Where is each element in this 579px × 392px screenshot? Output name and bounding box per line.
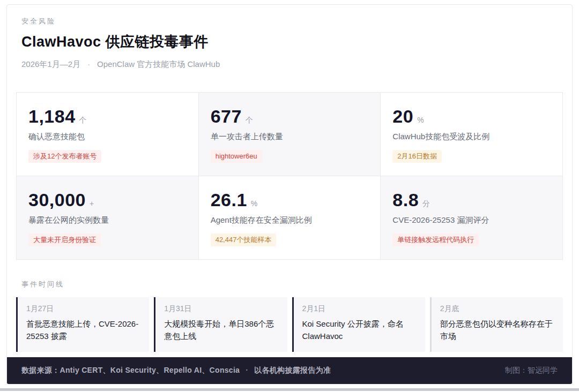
stat-card-malicious-packages: 1,184 个 确认恶意技能包 涉及12个发布者账号 [17, 93, 198, 176]
stat-card-cve-score: 8.8 分 CVE-2026-25253 漏洞评分 单链接触发远程代码执行 [381, 176, 562, 259]
subtitle-separator: · [87, 59, 90, 69]
timeline-item-feb1: 2月1日 Koi Security 公开披露，命名 ClawHavoc [292, 297, 425, 352]
footer-credit: 制图：智远同学 [505, 366, 558, 375]
window-bottom-edge [0, 388, 579, 391]
timeline-heading: 事件时间线 [21, 280, 558, 289]
stat-card-exposed-instances: 30,000 + 暴露在公网的实例数量 大量未开启身份验证 [17, 176, 198, 259]
stat-value: 20 [392, 107, 413, 125]
subtitle-period: 2026年1月—2月 [21, 59, 80, 69]
footer-sources-text: 数据来源：Antiy CERT、Koi Security、Repello AI、… [21, 366, 240, 374]
stat-value: 30,000 [28, 191, 86, 209]
stat-unit: % [417, 116, 424, 124]
timeline-date: 1月31日 [164, 304, 278, 314]
stat-unit: 分 [422, 199, 430, 209]
stat-card-vulnerable-skills: 26.1 % Agent技能存在安全漏洞比例 42,447个技能样本 [199, 176, 381, 259]
stat-unit: % [251, 199, 257, 208]
stat-label: 确认恶意技能包 [28, 132, 189, 142]
timeline-text: 首批恶意技能上传，CVE-2026-25253 披露 [26, 318, 140, 343]
stat-value: 8.8 [392, 191, 419, 209]
stat-label: 暴露在公网的实例数量 [28, 215, 189, 225]
stat-badge: 单链接触发远程代码执行 [392, 233, 479, 246]
stat-label: CVE-2026-25253 漏洞评分 [392, 215, 553, 225]
stat-badge: 大量未开启身份验证 [28, 233, 101, 246]
stat-label: ClawHub技能包受波及比例 [392, 132, 553, 142]
stat-value-row: 677 个 [211, 107, 371, 125]
stat-value-row: 8.8 分 [392, 191, 553, 209]
stat-badge: 42,447个技能样本 [211, 233, 277, 246]
infographic-card: 安全风险 ClawHavoc 供应链投毒事件 2026年1月—2月·OpenCl… [6, 4, 573, 385]
timeline-item-jan31: 1月31日 大规模投毒开始，单日386个恶意包上线 [154, 297, 287, 352]
stat-value: 677 [211, 107, 242, 125]
footer-sources: 数据来源：Antiy CERT、Koi Security、Repello AI、… [21, 366, 331, 375]
stat-badge: 2月16日数据 [392, 150, 442, 163]
stat-value-row: 20 % [392, 107, 553, 125]
stat-value: 1,184 [28, 107, 76, 125]
timeline: 1月27日 首批恶意技能上传，CVE-2026-25253 披露 1月31日 大… [16, 297, 563, 352]
footer-note: 以各机构披露报告为准 [254, 366, 331, 374]
subtitle-market: OpenClaw 官方技能市场 ClawHub [97, 59, 220, 69]
stat-badge: hightower6eu [211, 150, 262, 163]
stat-label: 单一攻击者上传数量 [211, 132, 371, 142]
eyebrow-label: 安全风险 [21, 17, 558, 26]
stat-card-single-attacker: 677 个 单一攻击者上传数量 hightower6eu [199, 93, 381, 176]
footer-separator: · [246, 366, 248, 374]
stat-label: Agent技能存在安全漏洞比例 [211, 215, 371, 225]
stat-unit: 个 [246, 116, 253, 125]
header: 安全风险 ClawHavoc 供应链投毒事件 2026年1月—2月·OpenCl… [7, 5, 572, 70]
stat-card-affected-ratio: 20 % ClawHub技能包受波及比例 2月16日数据 [381, 93, 562, 176]
stat-value: 26.1 [211, 191, 247, 209]
subtitle: 2026年1月—2月·OpenClaw 官方技能市场 ClawHub [21, 59, 558, 70]
timeline-text: 大规模投毒开始，单日386个恶意包上线 [164, 318, 278, 343]
timeline-date: 2月1日 [302, 304, 417, 314]
timeline-date: 2月底 [440, 304, 554, 314]
timeline-text: Koi Security 公开披露，命名 ClawHavoc [302, 318, 417, 343]
stat-unit: + [90, 199, 94, 208]
stats-grid: 1,184 个 确认恶意技能包 涉及12个发布者账号 677 个 单一攻击者上传… [16, 92, 563, 260]
stat-value-row: 26.1 % [211, 191, 371, 209]
stat-value-row: 1,184 个 [28, 107, 189, 125]
stat-value-row: 30,000 + [28, 191, 189, 209]
stat-badge: 涉及12个发布者账号 [28, 150, 101, 163]
footer: 数据来源：Antiy CERT、Koi Security、Repello AI、… [7, 357, 572, 384]
page-title: ClawHavoc 供应链投毒事件 [21, 32, 558, 51]
timeline-text: 部分恶意包仍以变种名称存在于市场 [440, 318, 554, 343]
timeline-item-jan27: 1月27日 首批恶意技能上传，CVE-2026-25253 披露 [16, 297, 149, 352]
timeline-item-feb-end: 2月底 部分恶意包仍以变种名称存在于市场 [430, 297, 563, 352]
timeline-date: 1月27日 [26, 304, 140, 314]
stat-unit: 个 [79, 116, 87, 125]
